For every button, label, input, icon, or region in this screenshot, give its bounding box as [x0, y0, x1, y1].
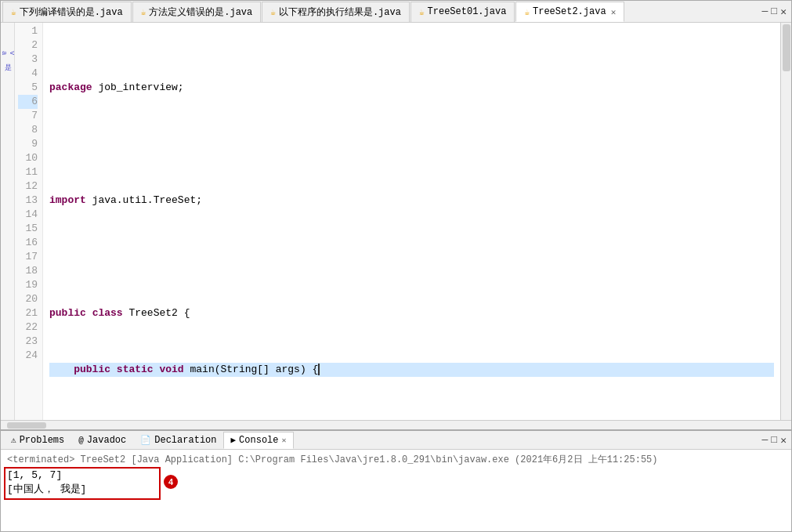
problems-icon: ⚠ — [11, 435, 16, 445]
tab-3-label: 以下程序的执行结果是.java — [279, 5, 401, 19]
code-line-4 — [49, 250, 774, 264]
code-line-5: public class TreeSet2 { — [49, 306, 774, 320]
console-tab-close[interactable]: ✕ — [282, 436, 287, 445]
code-line-2 — [49, 137, 774, 151]
left-indicator-va: va — [1, 51, 16, 55]
console-line-2: [中国人， 我是] — [7, 483, 785, 497]
tab-javadoc-label: Javadoc — [87, 435, 126, 446]
tab-bar: ☕ 下列编译错误的是.java ☕ 方法定义错误的是.java ☕ 以下程序的执… — [1, 1, 791, 23]
code-line-6: public static void main(String[] args) { — [49, 363, 774, 377]
circle-label-4: 4 — [164, 475, 178, 489]
tab-2-label: 方法定义错误的是.java — [149, 5, 252, 19]
tab-5-close[interactable]: ✕ — [611, 7, 617, 17]
console-output: <terminated> TreeSet2 [Java Application]… — [1, 450, 791, 531]
tab-5-label: TreeSet2.java — [533, 6, 606, 17]
tab-console-label: Console — [239, 435, 278, 446]
tab-problems[interactable]: ⚠ Problems — [4, 432, 71, 449]
declaration-icon: 📄 — [140, 435, 151, 445]
tab-3[interactable]: ☕ 以下程序的执行结果是.java — [262, 2, 410, 22]
minimize-panel-btn[interactable]: — — [762, 434, 768, 446]
horizontal-scrollbar[interactable] — [1, 420, 791, 429]
tab-1-label: 下列编译错误的是.java — [20, 5, 123, 19]
vertical-scrollbar[interactable] — [780, 23, 791, 420]
tab-declaration[interactable]: 📄 Declaration — [133, 432, 223, 449]
java-icon-2: ☕ — [141, 7, 146, 17]
close-panel-btn[interactable]: ✕ — [780, 434, 787, 447]
tab-javadoc[interactable]: @ Javadoc — [71, 432, 133, 449]
tab-console[interactable]: ▶ Console ✕ — [223, 432, 293, 449]
java-icon-5: ☕ — [524, 7, 530, 17]
code-content[interactable]: package job_interview; import java.util.… — [43, 23, 780, 420]
code-line-3: import java.util.TreeSet; — [49, 194, 774, 208]
tab-5[interactable]: ☕ TreeSet2.java ✕ — [515, 2, 624, 22]
tab-1[interactable]: ☕ 下列编译错误的是.java — [2, 2, 132, 22]
code-line-7 — [49, 419, 774, 420]
code-line-1: package job_interview; — [49, 81, 774, 95]
close-btn[interactable]: ✕ — [780, 5, 787, 18]
java-icon-1: ☕ — [11, 7, 16, 17]
tab-problems-label: Problems — [20, 435, 65, 446]
tab-4-label: TreeSet01.java — [428, 6, 507, 17]
java-icon-3: ☕ — [270, 7, 276, 17]
tab-declaration-label: Declaration — [154, 435, 216, 446]
bottom-panel: ⚠ Problems @ Javadoc 📄 Declaration ▶ Con… — [1, 429, 791, 531]
console-line-1: [1, 5, 7] — [7, 469, 785, 483]
tab-4[interactable]: ☕ TreeSet01.java — [410, 2, 515, 22]
editor-container: va 是 12345 6 7891011 1213141516 17181920… — [1, 23, 791, 420]
console-icon: ▶ — [230, 435, 236, 445]
maximize-btn[interactable]: □ — [771, 5, 777, 17]
bottom-toolbar-right: — □ ✕ — [762, 434, 791, 447]
java-icon-4: ☕ — [419, 7, 425, 17]
console-header: <terminated> TreeSet2 [Java Application]… — [7, 453, 785, 467]
minimize-btn[interactable]: — — [762, 5, 768, 17]
javadoc-icon: @ — [78, 436, 84, 445]
tab-2[interactable]: ☕ 方法定义错误的是.java — [132, 2, 262, 22]
maximize-panel-btn[interactable]: □ — [771, 434, 777, 446]
bottom-tab-bar: ⚠ Problems @ Javadoc 📄 Declaration ▶ Con… — [1, 431, 791, 450]
line-numbers: 12345 6 7891011 1213141516 1718192021 22… — [15, 23, 43, 420]
